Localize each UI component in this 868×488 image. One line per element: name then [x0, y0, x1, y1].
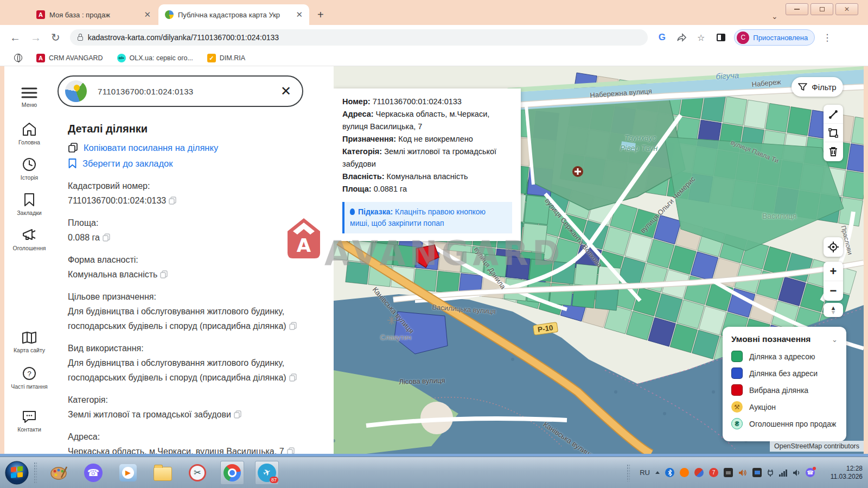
- app-paint[interactable]: [47, 461, 71, 485]
- sidebar-item-faq[interactable]: ? Часті питання: [4, 366, 54, 390]
- popup-field: Призначення: Код не виокремлено: [342, 133, 512, 145]
- pan-button[interactable]: ▲▼: [824, 303, 843, 317]
- sidebar-item-announcements[interactable]: Оголошення: [4, 228, 54, 252]
- search-input[interactable]: 7110136700:01:024:0133: [98, 87, 194, 96]
- chat-icon: [22, 410, 37, 423]
- app-chrome[interactable]: [220, 461, 244, 485]
- app-viber[interactable]: ☎: [81, 461, 105, 485]
- minimize-button[interactable]: [786, 3, 808, 15]
- power-plug-icon[interactable]: [767, 469, 774, 477]
- show-hidden-icons[interactable]: [655, 471, 660, 474]
- save-bookmark-label: Зберегти до закладок: [82, 159, 173, 169]
- tab-cadastral-map[interactable]: Публічна кадастрова карта Укр ✕: [158, 4, 309, 25]
- copy-icon[interactable]: [169, 197, 176, 205]
- zoom-out-button[interactable]: −: [824, 281, 843, 301]
- measure-distance-button[interactable]: [824, 105, 843, 124]
- sidebar-item-sitemap[interactable]: Карта сайту: [4, 331, 54, 354]
- legend-title[interactable]: Умовні позначення⌄: [731, 334, 838, 344]
- network-signal-icon[interactable]: [779, 469, 787, 477]
- cleaner-icon[interactable]: [694, 468, 704, 477]
- start-button[interactable]: [4, 460, 29, 485]
- google-icon[interactable]: G: [659, 32, 666, 43]
- reload-button[interactable]: ↻: [51, 31, 60, 44]
- sidebar-item-history[interactable]: Історія: [4, 157, 54, 181]
- app-telegram[interactable]: ✈ 87: [255, 461, 279, 485]
- sidebar-item-home[interactable]: Головна: [4, 122, 54, 146]
- copy-icon[interactable]: [103, 233, 110, 242]
- language-indicator[interactable]: RU: [640, 468, 650, 477]
- field-category: Категорія: Землі житлової та громадської…: [68, 393, 318, 422]
- profile-button[interactable]: C Приостановлена: [734, 29, 815, 46]
- save-to-bookmarks[interactable]: Зберегти до закладок: [68, 158, 318, 169]
- copy-parcel-link[interactable]: Копіювати посилання на ділянку: [68, 142, 318, 153]
- viber-tray-icon[interactable]: ☎: [806, 468, 815, 477]
- address-bar[interactable]: kadastrova-karta.com/dilyanka/7110136700…: [70, 29, 648, 46]
- app-media-player[interactable]: ▶: [116, 461, 140, 485]
- sidebar-label: Контакти: [4, 426, 54, 433]
- back-button[interactable]: ←: [10, 31, 21, 44]
- browser-menu-icon[interactable]: ⋮: [822, 32, 832, 43]
- volume-icon[interactable]: [793, 469, 800, 477]
- antivirus-icon[interactable]: [680, 468, 689, 477]
- volume-mixer-icon[interactable]: [738, 469, 747, 477]
- bookmarks-bar: А CRM AVANGARD ol• OLX.ua: сервіс ого...…: [0, 50, 868, 66]
- place-label: Рівер Таун: [620, 144, 658, 153]
- sidebar-label: Часті питання: [4, 383, 54, 390]
- place-label: Славутич: [380, 333, 411, 341]
- maximize-button[interactable]: [810, 3, 833, 15]
- taskbar: ☎ ▶ ✂ ✈ 87 RU 7: [0, 457, 868, 488]
- bookmark-star-icon[interactable]: ☆: [697, 33, 705, 43]
- sidebar-item-menu[interactable]: Меню: [4, 87, 54, 109]
- dimria-icon: ✓: [207, 54, 216, 62]
- clear-search-icon[interactable]: ✕: [280, 84, 291, 99]
- new-tab-button[interactable]: +: [317, 9, 324, 21]
- search-box[interactable]: 7110136700:01:024:0133 ✕: [58, 75, 303, 107]
- chevron-down-icon[interactable]: ⌄: [832, 335, 838, 344]
- sidebar-item-contacts[interactable]: Контакти: [4, 410, 54, 433]
- app-explorer[interactable]: [151, 461, 175, 485]
- map-attribution: OpenStreetMap contributors: [770, 441, 864, 452]
- copy-icon[interactable]: [234, 410, 241, 419]
- bookmark-crm-avangard[interactable]: А CRM AVANGARD: [36, 54, 103, 62]
- clear-measurements-button[interactable]: [824, 142, 843, 161]
- copy-icon[interactable]: [160, 270, 168, 278]
- copy-icon[interactable]: [289, 373, 297, 382]
- map-canvas[interactable]: бігуча Набережна вулиця Набереж Таунхаус…: [334, 66, 864, 454]
- locate-me-button[interactable]: [824, 237, 843, 257]
- legend-item: ⚒ Аукціон: [731, 401, 838, 413]
- legend-item: Ділянка без адреси: [731, 367, 838, 379]
- close-button[interactable]: ✕: [835, 3, 858, 15]
- zoom-in-button[interactable]: +: [824, 262, 843, 281]
- area-icon: [828, 128, 838, 138]
- bookmark-dimria[interactable]: ✓ DIM.RIA: [207, 54, 245, 62]
- forward-button[interactable]: →: [30, 31, 41, 44]
- bluetooth-icon[interactable]: [665, 468, 674, 477]
- tab-search-chevron-icon[interactable]: ⌄: [771, 12, 778, 21]
- display-settings-icon[interactable]: [752, 468, 762, 477]
- green-swatch: [731, 351, 743, 362]
- site-logo-icon: [65, 80, 87, 102]
- side-panel-icon[interactable]: [717, 34, 725, 41]
- tab-close-icon[interactable]: ✕: [144, 10, 151, 20]
- popup-field: Власність: Комунальна власність: [342, 170, 512, 183]
- field-purpose: Цільове призначення: Для будівництва і о…: [68, 290, 318, 333]
- copy-icon[interactable]: [289, 322, 297, 330]
- copy-icon[interactable]: [287, 447, 295, 454]
- browser-update-icon[interactable]: 7: [709, 468, 718, 477]
- screen-icon[interactable]: [724, 468, 733, 477]
- tab-crm[interactable]: А Моя база : продаж ✕: [30, 4, 157, 25]
- field-label: Вид використання:: [68, 341, 318, 356]
- filter-button[interactable]: Фільтр: [792, 77, 843, 97]
- measure-area-button[interactable]: [824, 124, 843, 142]
- sidebar-item-bookmarks[interactable]: Закладки: [4, 193, 54, 217]
- clock[interactable]: 12:28 11.03.2026: [824, 465, 863, 481]
- sidebar-label: Меню: [4, 102, 54, 109]
- share-icon[interactable]: [676, 33, 686, 42]
- bookmark-globe[interactable]: [14, 54, 22, 62]
- tab-close-icon[interactable]: ✕: [296, 10, 303, 20]
- bookmark-olx[interactable]: ol• OLX.ua: сервіс ого...: [117, 54, 193, 62]
- bookmark-label: CRM AVANGARD: [49, 54, 103, 62]
- megaphone-icon: [22, 228, 37, 242]
- app-snipping-tool[interactable]: ✂: [186, 461, 209, 485]
- field-label: Кадастровий номер:: [68, 179, 318, 193]
